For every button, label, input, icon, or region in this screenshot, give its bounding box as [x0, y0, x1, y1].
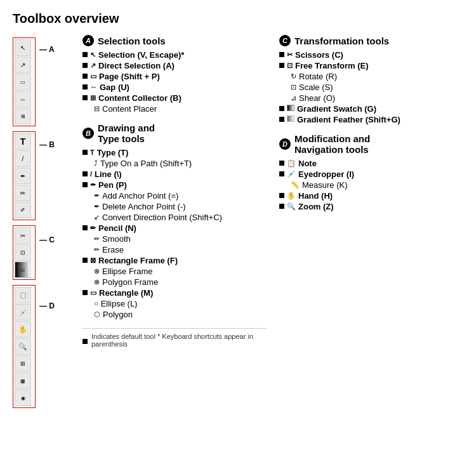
tool-group-D: 📋 💉 ✋ 🔍 ⊞ ▦ ◉ — [13, 285, 36, 408]
collector-icon: ⊞ — [90, 94, 96, 102]
tool-scissors[interactable]: ✂ — [15, 227, 31, 244]
tool-gap[interactable]: ↔ — [15, 91, 31, 107]
section-drawing-title: B Drawing andType tools — [83, 122, 267, 144]
scissors-icon: ✂ — [287, 51, 293, 59]
col-left: A Selection tools ↖ Selection (V, Escape… — [83, 35, 267, 411]
tool-pencil[interactable]: ✏ — [15, 185, 31, 201]
tool-eyedropper[interactable]: 💉 — [15, 304, 31, 320]
toolbox-sidebar: ↖ ↗ ▭ ↔ ⊞ — A T / ✒ ✏ ✐ — B — [13, 35, 76, 411]
tool-item-zoom: 🔍 Zoom (Z) — [279, 202, 463, 211]
default-indicator — [279, 106, 284, 111]
page-icon: ▭ — [90, 72, 96, 81]
drawing-tool-list: T Type (T) ⤴ Type On a Path (Shift+T) / … — [83, 148, 267, 319]
default-indicator — [279, 193, 284, 198]
default-indicator — [83, 52, 88, 57]
content-area: A Selection tools ↖ Selection (V, Escape… — [76, 35, 463, 411]
convert-icon: ↙ — [94, 213, 100, 221]
tool-extra2[interactable]: ▦ — [15, 373, 31, 389]
tool-extra1[interactable]: ⊞ — [15, 355, 31, 372]
tool-item-scissors: ✂ Scissors (C) — [279, 50, 463, 60]
pen-icon: ✒ — [90, 181, 96, 189]
tool-item-type-on-path: ⤴ Type On a Path (Shift+T) — [83, 159, 267, 168]
default-indicator — [83, 63, 88, 68]
footnote-square — [83, 339, 88, 344]
tool-item-eyedropper: 💉 Eyedropper (I) — [279, 169, 463, 179]
default-indicator — [83, 258, 88, 263]
default-indicator — [83, 150, 88, 155]
default-indicator — [83, 95, 88, 100]
page-title: Toolbox overview — [13, 11, 463, 26]
default-indicator — [83, 171, 88, 176]
badge-A: A — [83, 35, 94, 46]
rect-frame-icon: ⊠ — [90, 256, 96, 265]
line-icon: / — [90, 170, 92, 178]
del-anchor-icon: ✒ — [94, 202, 100, 211]
default-indicator — [83, 225, 88, 230]
main-layout: ↖ ↗ ▭ ↔ ⊞ — A T / ✒ ✏ ✐ — B — [13, 35, 463, 411]
tool-item-line: / Line (\) — [83, 169, 267, 179]
default-indicator — [83, 74, 88, 79]
tool-group-B: T / ✒ ✏ ✐ — [13, 131, 36, 220]
tool-item-type: T Type (T) — [83, 148, 267, 157]
default-indicator — [83, 182, 88, 187]
smooth-icon: ✏ — [94, 235, 100, 243]
direct-selection-icon: ↗ — [90, 62, 96, 70]
section-transformation: C Transformation tools ✂ Scissors (C) ⊡ — [279, 35, 463, 124]
default-indicator — [83, 290, 88, 295]
ellipse-icon: ○ — [94, 300, 98, 307]
type-icon: T — [90, 149, 95, 156]
tool-item-shear: ⊿ Shear (O) — [279, 93, 463, 103]
tool-page[interactable]: ▭ — [15, 74, 31, 90]
gap-icon: ↔ — [90, 83, 97, 91]
tool-item-ellipse-frame: ⊗ Ellipse Frame — [83, 267, 267, 276]
transformation-tool-list: ✂ Scissors (C) ⊡ Free Transform (E) ↻ Ro… — [279, 50, 463, 124]
tool-pen[interactable]: ✒ — [15, 168, 31, 184]
tool-item-polygon-frame: ⊗ Polygon Frame — [83, 277, 267, 287]
tool-item-rect-frame: ⊠ Rectangle Frame (F) — [83, 256, 267, 265]
label-C: — C — [39, 235, 55, 244]
section-modification-title: D Modification andNavigation tools — [279, 133, 463, 155]
default-indicator — [279, 171, 284, 176]
tool-item-smooth: ✏ Smooth — [83, 234, 267, 244]
tool-item-add-anchor: ✒ Add Anchor Point (=) — [83, 191, 267, 201]
badge-B: B — [83, 128, 94, 139]
default-indicator — [279, 204, 284, 209]
tool-direct-select[interactable]: ↗ — [15, 56, 31, 73]
tool-item-convert-direction: ↙ Convert Direction Point (Shift+C) — [83, 213, 267, 222]
tool-item-measure: 📏 Measure (K) — [279, 180, 463, 190]
tool-item-scale: ⊡ Scale (S) — [279, 83, 463, 92]
col-right: C Transformation tools ✂ Scissors (C) ⊡ — [279, 35, 463, 411]
tool-chart[interactable]: ⊞ — [15, 108, 31, 124]
note-icon: 📋 — [287, 159, 296, 168]
tool-type[interactable]: T — [15, 133, 31, 150]
tool-item-gap: ↔ Gap (U) — [83, 83, 267, 92]
tool-free-transform[interactable]: ⊡ — [15, 244, 31, 261]
add-anchor-icon: ✒ — [94, 192, 100, 200]
section-selection: A Selection tools ↖ Selection (V, Escape… — [83, 35, 267, 114]
measure-icon: 📏 — [291, 181, 300, 189]
rectangle-icon: ▭ — [90, 289, 96, 297]
tool-extra3[interactable]: ◉ — [15, 390, 31, 406]
tool-item-pencil: ✏ Pencil (N) — [83, 223, 267, 233]
gradient-swatch-icon — [287, 105, 294, 111]
free-transform-icon: ⊡ — [287, 62, 293, 70]
tool-select[interactable]: ↖ — [15, 39, 31, 56]
tool-item-ellipse: ○ Ellipse (L) — [83, 299, 267, 308]
tool-gradient[interactable]: ▭ — [15, 261, 31, 278]
tool-item-erase: ✏ Erase — [83, 245, 267, 254]
tool-item-gradient-feather: Gradient Feather (Shift+G) — [279, 115, 463, 124]
tool-group-C: ✂ ⊡ ▭ — [13, 225, 36, 280]
zoom-icon: 🔍 — [287, 202, 296, 211]
modification-tool-list: 📋 Note 💉 Eyedropper (I) 📏 Measure (K) — [279, 159, 463, 211]
tool-hand[interactable]: ✋ — [15, 321, 31, 338]
tool-note[interactable]: 📋 — [15, 287, 31, 303]
tool-item-gradient-swatch: Gradient Swatch (G) — [279, 104, 463, 114]
tool-item-direct-selection: ↗ Direct Selection (A) — [83, 61, 267, 70]
tool-line[interactable]: / — [15, 150, 31, 167]
tool-eraser[interactable]: ✐ — [15, 202, 31, 218]
label-B: — B — [39, 140, 55, 149]
hand-icon: ✋ — [287, 192, 296, 200]
tool-item-delete-anchor: ✒ Delete Anchor Point (-) — [83, 202, 267, 211]
tool-zoom[interactable]: 🔍 — [15, 338, 31, 355]
tool-item-rectangle: ▭ Rectangle (M) — [83, 288, 267, 298]
